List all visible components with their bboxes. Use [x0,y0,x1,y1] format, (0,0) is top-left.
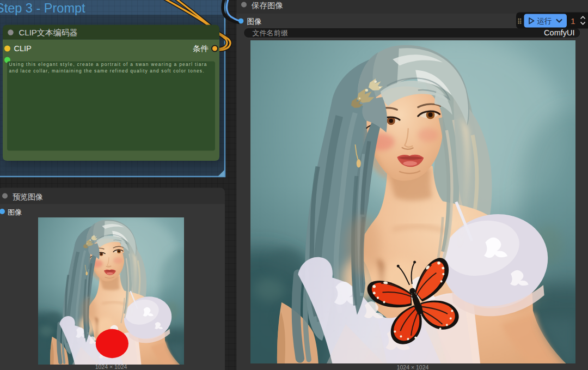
svg-text:1: 1 [571,16,575,26]
svg-text:CLIP文本编码器: CLIP文本编码器 [19,28,78,37]
svg-text:保存图像: 保存图像 [251,1,283,10]
svg-text:1024 × 1024: 1024 × 1024 [397,364,429,370]
svg-text:Using this elegant style, crea: Using this elegant style, create a portr… [9,62,207,67]
svg-text:ComfyUI: ComfyUI [544,28,574,37]
svg-text:运行: 运行 [537,17,552,25]
svg-text:条件: 条件 [193,44,209,53]
svg-text:文件名前缀: 文件名前缀 [253,29,288,37]
svg-text:and lace collar, maintaining t: and lace collar, maintaining the same re… [9,68,204,74]
svg-text:Step 3 - Prompt: Step 3 - Prompt [0,1,85,15]
svg-text:图像: 图像 [8,208,22,216]
svg-text:CLIP: CLIP [14,44,32,53]
svg-text:1024 × 1024: 1024 × 1024 [95,363,127,370]
svg-text:预览图像: 预览图像 [13,192,43,201]
svg-text:图像: 图像 [247,17,262,26]
